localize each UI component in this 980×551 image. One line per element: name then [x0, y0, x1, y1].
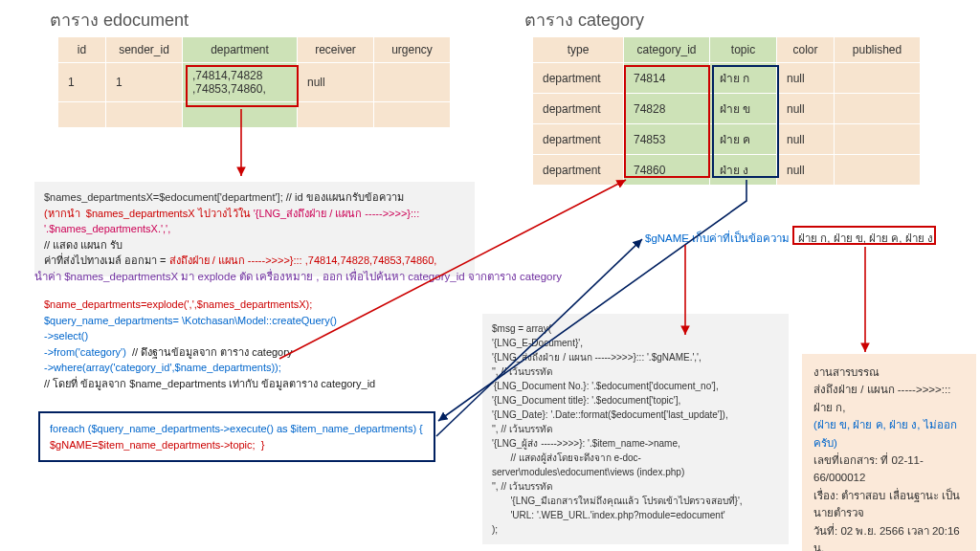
- table-row: id sender_id department receiver urgency: [58, 37, 451, 63]
- code-block-1: $names_departmentsX=$edocument['departme…: [34, 182, 475, 276]
- hl-cat-topics: [712, 65, 779, 178]
- hl-topics-list: [792, 226, 936, 245]
- title-category: ตาราง category: [524, 6, 644, 33]
- title-edocument: ตาราง edocument: [50, 6, 189, 33]
- note-explode: นำค่า $names_departmentsX มา explode ตัด…: [34, 268, 562, 285]
- table-row: type category_id topic color published: [533, 37, 921, 63]
- code-block-msg: $msg = array( '{LNG_E-Document}', '{LNG_…: [482, 314, 789, 544]
- annot-gname: $gNAME เก็บค่าที่เป็นข้อความ: [645, 230, 790, 247]
- hl-cat-ids: [624, 65, 710, 178]
- output-email: งานสารบรรณ ส่งถึงฝ่าย / แผนก ----->>>>::…: [802, 354, 976, 551]
- code-block-2: $name_departments=explode(',',$names_dep…: [34, 289, 456, 399]
- code-block-foreach: foreach ($query_name_departments->execut…: [38, 411, 435, 462]
- hl-edoc-department: [186, 65, 299, 107]
